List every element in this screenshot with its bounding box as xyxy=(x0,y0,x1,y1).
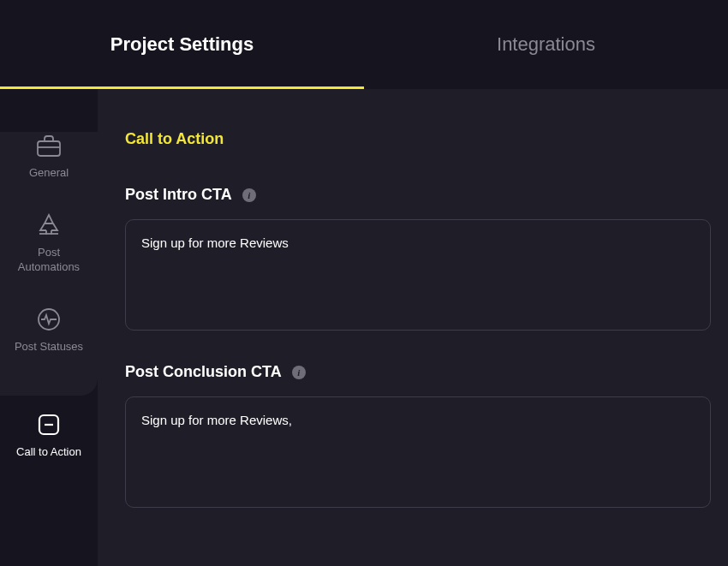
sidebar-item-label: Post Automations xyxy=(7,246,91,275)
tab-label: Project Settings xyxy=(110,33,254,56)
activity-circle-icon xyxy=(35,306,63,333)
field-intro-cta: Post Intro CTA i xyxy=(125,186,711,334)
rocket-icon xyxy=(35,212,63,239)
field-conclusion-cta: Post Conclusion CTA i xyxy=(125,363,711,511)
minus-square-icon xyxy=(35,411,63,438)
tab-label: Integrations xyxy=(497,33,595,56)
sidebar-item-post-statuses[interactable]: Post Statuses xyxy=(0,290,98,370)
intro-cta-input[interactable] xyxy=(125,219,711,331)
info-icon[interactable]: i xyxy=(242,188,256,202)
sidebar-group: General Post Automations xyxy=(0,132,98,396)
sidebar-item-label: General xyxy=(29,166,69,181)
content-panel: Call to Action Post Intro CTA i Post Con… xyxy=(98,89,728,566)
info-icon[interactable]: i xyxy=(292,366,306,379)
sidebar-item-general[interactable]: General xyxy=(0,132,98,196)
sidebar-item-post-automations[interactable]: Post Automations xyxy=(0,196,98,290)
tab-underline xyxy=(0,86,364,89)
sidebar-item-call-to-action[interactable]: Call to Action xyxy=(0,396,98,475)
field-label: Post Conclusion CTA xyxy=(125,363,282,381)
sidebar-item-label: Post Statuses xyxy=(15,340,83,354)
briefcase-icon xyxy=(35,132,63,159)
tab-integrations[interactable]: Integrations xyxy=(364,0,728,89)
topbar: Project Settings Integrations xyxy=(0,0,728,89)
tab-project-settings[interactable]: Project Settings xyxy=(0,0,364,89)
main-area: General Post Automations xyxy=(0,89,728,566)
section-title: Call to Action xyxy=(125,130,711,148)
conclusion-cta-input[interactable] xyxy=(125,396,711,508)
sidebar-item-label: Call to Action xyxy=(16,445,81,460)
svg-rect-0 xyxy=(38,141,60,156)
field-label-row: Post Intro CTA i xyxy=(125,186,711,204)
sidebar: General Post Automations xyxy=(0,89,98,566)
field-label-row: Post Conclusion CTA i xyxy=(125,363,711,381)
field-label: Post Intro CTA xyxy=(125,186,232,204)
